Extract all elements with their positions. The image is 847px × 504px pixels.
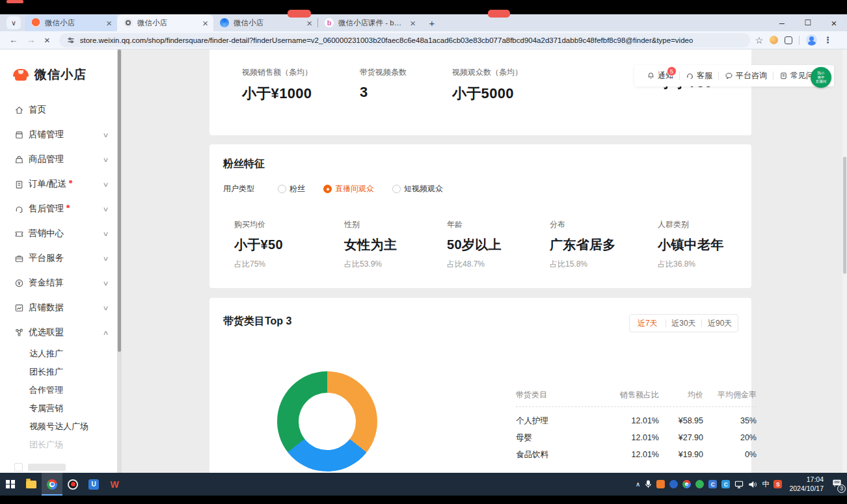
stat-value: 小于¥1000 <box>242 84 312 103</box>
clock-date: 2024/10/17 <box>789 484 824 494</box>
display-icon[interactable] <box>734 481 744 488</box>
windows-logo-icon <box>6 480 15 489</box>
address-box[interactable]: store.weixin.qq.com/shop/findersquare/fi… <box>59 33 750 47</box>
ime-indicator[interactable]: 中 <box>762 479 769 489</box>
fans-card: 粉丝特征 用户类型 粉丝 直播间观众 短视频观众 购买均价 小于¥50 <box>209 144 751 288</box>
sidebar-item-marketing[interactable]: 营销中心 <box>0 221 117 246</box>
tab-90days[interactable]: 近90天 <box>702 318 738 329</box>
scrollbar-thumb[interactable] <box>118 49 121 352</box>
action-center-button[interactable]: 3 <box>832 479 842 490</box>
close-button[interactable] <box>821 14 847 31</box>
forward-icon[interactable] <box>27 35 35 45</box>
tray-sogou-icon[interactable] <box>773 480 782 488</box>
table-row: 个人护理 12.01% ¥58.95 35% <box>516 412 757 429</box>
fans-card-title: 粉丝特征 <box>223 157 265 171</box>
u-app-taskbar-button[interactable] <box>83 473 104 496</box>
bell-icon <box>647 72 655 80</box>
customer-service-button[interactable]: 客服 <box>680 70 718 81</box>
recorder-taskbar-button[interactable] <box>62 473 83 496</box>
tab-title: 微信小店 <box>137 18 167 28</box>
sidebar-sub-daren[interactable]: 达人推广 <box>0 345 117 363</box>
tray-app-orange-icon[interactable] <box>656 480 665 488</box>
tab-30days[interactable]: 近30天 <box>666 318 702 329</box>
sidebar-item-home[interactable]: 首页 <box>0 98 117 122</box>
back-icon[interactable] <box>9 35 18 45</box>
page-scrollbar[interactable] <box>842 49 847 473</box>
sidebar-item-platform[interactable]: 平台服务 <box>0 246 117 271</box>
tab-search-chevron-icon[interactable] <box>7 16 21 29</box>
start-button[interactable] <box>0 473 21 496</box>
profile-avatar[interactable] <box>806 34 817 46</box>
extensions-icon[interactable] <box>785 36 792 44</box>
new-tab-button[interactable] <box>425 16 439 30</box>
browser-tab-4[interactable]: b 微信小店课件 - boardmix <box>318 14 421 31</box>
sidebar-item-alliance[interactable]: 优选联盟 <box>0 320 117 345</box>
chrome-taskbar-button[interactable] <box>42 473 62 496</box>
tab-7days[interactable]: 近7天 <box>630 318 666 329</box>
sidebar-item-funds[interactable]: 资金结算 <box>0 271 117 295</box>
tray-expand-icon[interactable] <box>636 481 640 488</box>
tray-c-app-icon[interactable] <box>708 480 717 488</box>
radio-short-video-viewers[interactable]: 短视频观众 <box>392 183 443 194</box>
stop-loading-icon[interactable] <box>44 34 50 46</box>
category-table: 带货类目 销售额占比 均价 平均佣金率 个人护理 12.01% ¥58.95 3… <box>516 388 757 463</box>
notice-button[interactable]: 通知 5 <box>641 70 679 81</box>
tab-close-icon[interactable] <box>405 18 416 29</box>
scrollbar-thumb[interactable] <box>843 157 846 274</box>
fan-stat-gender: 性别 女性为主 占比53.9% <box>344 219 397 270</box>
tab-close-icon[interactable] <box>197 18 208 29</box>
platform-consult-button[interactable]: 平台咨询 <box>719 70 773 81</box>
category-card-title: 带货类目Top 3 <box>223 315 291 328</box>
browser-menu-icon[interactable] <box>824 35 832 45</box>
sidebar-sub-tuanzhang[interactable]: 团长推广 <box>0 363 117 381</box>
microphone-icon[interactable] <box>645 480 652 488</box>
sidebar-sub-finder-square[interactable]: 视频号达人广场 <box>0 418 117 436</box>
file-explorer-button[interactable] <box>21 473 42 496</box>
sidebar-item-data[interactable]: 店铺数据 <box>0 295 117 320</box>
browser-tab-1[interactable]: 微信小店 <box>25 14 117 31</box>
bookmark-star-icon[interactable] <box>755 35 764 46</box>
minimize-button[interactable] <box>769 14 795 31</box>
radio-icon <box>278 185 286 193</box>
tab-close-icon[interactable] <box>301 18 312 29</box>
tray-swirl-icon[interactable] <box>669 480 678 488</box>
screen: 微信小店 微信小店 微信小店 b 微信小店课件 - boardmix <box>0 0 847 504</box>
tray-wechat-icon[interactable] <box>695 480 704 488</box>
sidebar-item-product-mgmt[interactable]: 商品管理 <box>0 147 117 172</box>
app-title: 微信小店 <box>34 66 87 83</box>
tab-close-icon[interactable] <box>101 18 112 29</box>
taskbar-clock[interactable]: 17:04 2024/10/17 <box>789 475 824 493</box>
sidebar-menu: 首页 店铺管理 商品管理 订单/配送 <box>0 98 117 454</box>
tab-title: 微信小店 <box>234 18 263 28</box>
sidebar-sub-leader-square[interactable]: 团长广场 <box>0 436 117 454</box>
tab-title: 微信小店课件 - boardmix <box>338 18 405 28</box>
site-info-icon[interactable] <box>67 36 75 44</box>
home-icon <box>14 105 24 115</box>
radio-fans[interactable]: 粉丝 <box>278 183 305 194</box>
sidebar-item-store-mgmt[interactable]: 店铺管理 <box>0 122 117 147</box>
tray-chrome-icon[interactable] <box>682 480 691 488</box>
time-range-selector: 近7天 近30天 近90天 <box>629 314 738 332</box>
sidebar-sub-cooperation[interactable]: 合作管理 <box>0 381 117 399</box>
sidebar-item-label: 首页 <box>29 104 46 116</box>
extension-cookie-icon[interactable] <box>770 36 778 44</box>
radio-live-viewers[interactable]: 直播间观众 <box>323 183 374 194</box>
generic-favicon <box>124 18 133 27</box>
app-logo[interactable]: 微信小店 <box>13 66 87 83</box>
floating-live-badge[interactable]: 找小 青年 直播间 <box>811 67 831 88</box>
browser-tab-2-active[interactable]: 微信小店 <box>117 14 213 31</box>
tray-c-app2-icon[interactable] <box>721 480 730 488</box>
chevron-down-icon <box>102 206 109 213</box>
stat-label: 视频观众数（条均） <box>452 67 522 78</box>
sidebar-scrollbar[interactable] <box>117 49 122 473</box>
windows-taskbar: 中 17:04 2024/10/17 3 <box>0 473 847 496</box>
sidebar-item-label: 售后管理 <box>29 203 64 215</box>
sidebar-sub-exclusive[interactable]: 专属营销 <box>0 399 117 418</box>
speaker-icon[interactable] <box>748 481 757 488</box>
sidebar-item-aftersale[interactable]: 售后管理 <box>0 196 117 221</box>
wps-taskbar-button[interactable] <box>104 473 125 496</box>
chevron-down-icon <box>102 156 109 163</box>
restore-button[interactable] <box>795 14 821 31</box>
window-top-strip <box>0 0 847 14</box>
sidebar-item-orders[interactable]: 订单/配送 <box>0 172 117 196</box>
